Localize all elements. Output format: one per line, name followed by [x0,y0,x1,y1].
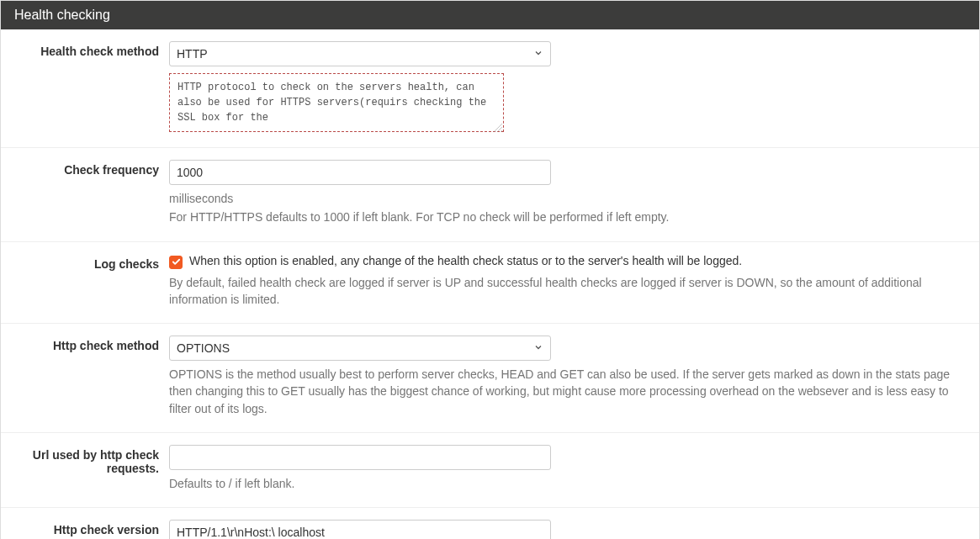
label-url: Url used by http check requests. [9,445,169,492]
url-hint: Defaults to / if left blank. [169,475,954,492]
field-url: Defaults to / if left blank. [169,445,971,492]
row-log-checks: Log checks When this option is enabled, … [1,242,979,325]
method-description-box[interactable]: HTTP protocol to check on the servers he… [169,73,504,132]
field-check-frequency: milliseconds For HTTP/HTTPS defaults to … [169,160,971,226]
method-description-text: HTTP protocol to check on the servers he… [177,82,486,124]
panel-title: Health checking [1,1,979,29]
label-http-check-version: Http check version [9,520,169,539]
field-health-check-method: HTTP HTTP protocol to check on the serve… [169,41,971,132]
row-url: Url used by http check requests. Default… [1,433,979,508]
label-log-checks: Log checks [9,254,169,309]
label-check-frequency: Check frequency [9,160,169,226]
log-checks-checkbox-label: When this option is enabled, any change … [189,254,742,267]
log-checks-hint: By default, failed health check are logg… [169,274,954,309]
label-health-check-method: Health check method [9,41,169,132]
field-log-checks: When this option is enabled, any change … [169,254,971,309]
field-http-check-method: OPTIONS OPTIONS is the method usually be… [169,336,971,417]
row-health-check-method: Health check method HTTP HTTP protocol t… [1,29,979,148]
http-check-method-select[interactable]: OPTIONS [169,336,551,361]
row-check-frequency: Check frequency milliseconds For HTTP/HT… [1,148,979,242]
row-http-check-version: Http check version Defaults to "HTTP/1.0… [1,508,979,539]
http-method-hint: OPTIONS is the method usually best to pe… [169,366,954,417]
resize-handle-icon [494,122,502,130]
freq-hint: For HTTP/HTTPS defaults to 1000 if left … [169,209,954,225]
check-frequency-input[interactable] [169,160,551,185]
row-http-check-method: Http check method OPTIONS OPTIONS is the… [1,324,979,433]
label-http-check-method: Http check method [9,336,169,417]
log-checks-checkbox[interactable] [169,256,183,269]
health-check-method-select[interactable]: HTTP [169,41,551,66]
field-http-check-version: Defaults to "HTTP/1.0" if left blank. No… [169,520,971,539]
freq-unit: milliseconds [169,190,954,207]
http-check-version-input[interactable] [169,520,551,539]
health-checking-panel: Health checking Health check method HTTP… [0,0,980,539]
url-input[interactable] [169,445,551,470]
